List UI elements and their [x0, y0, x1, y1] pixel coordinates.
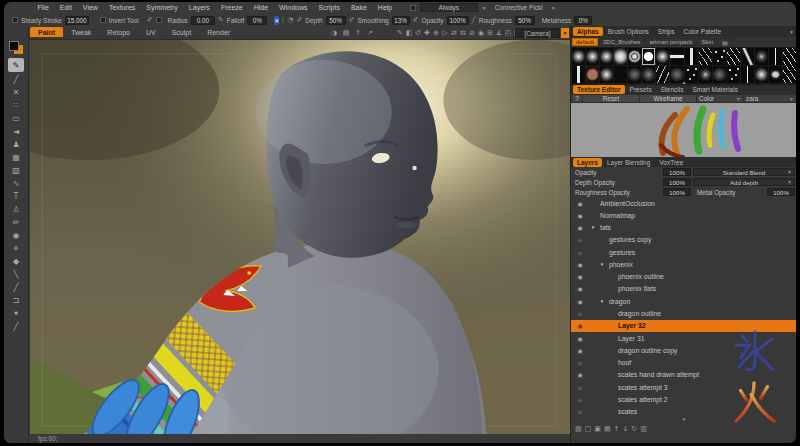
layer-row-normalmap[interactable]: ◉Normalmap: [571, 209, 796, 221]
metal-opacity-value[interactable]: 100%: [767, 188, 795, 196]
visibility-eye-icon[interactable]: ◉: [575, 273, 585, 280]
alpha-thumbnail[interactable]: [685, 48, 698, 65]
eraser-tool[interactable]: ▭: [7, 112, 25, 125]
camera-dropdown-arrow-icon[interactable]: ▼: [561, 28, 569, 38]
group-skin[interactable]: Skin: [697, 38, 717, 46]
play-icon[interactable]: ▷: [441, 29, 449, 37]
delete-layer-icon[interactable]: ▢: [585, 425, 592, 433]
primary-color-swatch[interactable]: [9, 41, 19, 51]
group-artman-penpack[interactable]: artman penpack: [645, 38, 696, 46]
group-default[interactable]: default: [572, 38, 598, 46]
swap-icon[interactable]: ⇄: [450, 29, 458, 37]
tab-layers[interactable]: Layers: [573, 158, 602, 167]
menu-file[interactable]: File: [32, 4, 54, 11]
blend-mode-select[interactable]: Standard Blend▼: [693, 168, 795, 176]
brush-tool[interactable]: ✎: [8, 58, 24, 72]
visibility-eye-icon[interactable]: ◉: [575, 371, 585, 378]
merge-layer-icon[interactable]: ▤: [604, 425, 611, 433]
color-swatch[interactable]: [8, 41, 24, 55]
object-select[interactable]: zara▼: [744, 95, 796, 102]
layer-row-phoenix-outline[interactable]: ◉phoenix outline: [571, 271, 796, 283]
alpha-folder-icon[interactable]: ▤: [718, 38, 732, 46]
tab-tweak[interactable]: Tweak: [63, 27, 99, 37]
chevron-down-icon[interactable]: ▼: [551, 5, 556, 11]
layer-row-gestures-copy[interactable]: ◉gestures copy: [571, 234, 796, 246]
text-tool[interactable]: T: [7, 190, 25, 203]
tab-brush-options[interactable]: Brush Options: [604, 27, 653, 36]
viewport-frame-icon[interactable]: ▤: [342, 29, 350, 37]
channel-select[interactable]: Color▼: [697, 95, 743, 102]
opacity-value[interactable]: 100%: [663, 168, 691, 176]
target-icon[interactable]: ◉: [477, 29, 485, 37]
tab-paint[interactable]: Paint: [30, 27, 63, 37]
opacity-input[interactable]: 100%: [447, 16, 469, 25]
swap-alt-icon[interactable]: ⇆: [459, 29, 467, 37]
tab-strips[interactable]: Strips: [654, 27, 679, 36]
layer-folder-icon[interactable]: ▥: [640, 425, 647, 433]
menu-symmetry[interactable]: Symmetry: [141, 4, 184, 11]
steady-stroke-input[interactable]: 15.000: [65, 16, 89, 25]
help-button[interactable]: ?: [572, 95, 582, 102]
dotted-pen-tool[interactable]: ∷: [7, 99, 25, 112]
export-up-icon[interactable]: ↑: [354, 29, 362, 37]
tab-retopo[interactable]: Retopo: [99, 27, 138, 37]
sphere-preview-icon[interactable]: [282, 16, 284, 24]
alpha-thumbnail[interactable]: [628, 48, 641, 65]
wireframe-button[interactable]: Wireframe: [640, 95, 696, 102]
layer-row-dragon-outline-copy[interactable]: ◉dragon outline copy: [571, 344, 796, 356]
copy-tool[interactable]: ▧: [7, 164, 25, 177]
tab-layer-blending[interactable]: Layer Blending: [603, 158, 654, 167]
pencil-tool[interactable]: ✏: [7, 216, 25, 229]
layer-row-ambientocclusion[interactable]: ◉AmbientOcclusion: [571, 197, 796, 209]
visibility-eye-icon[interactable]: ◉: [575, 359, 585, 366]
orient-icon[interactable]: ↗: [366, 29, 374, 37]
menu-view[interactable]: View: [77, 4, 103, 11]
tab-render[interactable]: Render: [199, 27, 238, 37]
depth-input[interactable]: 50%: [326, 16, 346, 25]
pick-mode-select[interactable]: Connective Picki: [491, 3, 547, 12]
menu-bake[interactable]: Bake: [345, 4, 372, 11]
texture-preview[interactable]: [571, 103, 796, 157]
zoom-icon[interactable]: ⊕: [432, 29, 440, 37]
depth-opacity-value[interactable]: 100%: [663, 178, 691, 186]
tab-uv[interactable]: UV: [138, 27, 164, 37]
opacity-pressure-icon[interactable]: ✐: [413, 17, 419, 24]
menu-help[interactable]: Help: [372, 4, 397, 11]
visibility-eye-icon[interactable]: ◉: [575, 261, 585, 268]
smoothing-input[interactable]: 13%: [392, 16, 410, 25]
disable-icon[interactable]: ⊘: [468, 29, 476, 37]
camera-select[interactable]: [Camera]: [515, 28, 560, 38]
menu-scripts[interactable]: Scripts: [313, 4, 345, 11]
menu-textures[interactable]: Textures: [103, 4, 140, 11]
alpha-thumbnail[interactable]: [586, 48, 599, 65]
menu-windows[interactable]: Windows: [274, 4, 313, 11]
alpha-thumbnail[interactable]: [741, 48, 754, 65]
history-icon[interactable]: ◑: [330, 29, 338, 37]
grid-icon[interactable]: ⊞: [486, 29, 494, 37]
radius-link-checkbox[interactable]: [156, 17, 162, 23]
visibility-eye-icon[interactable]: ◉: [575, 347, 585, 354]
tab-color-palette[interactable]: Color Palette: [679, 27, 725, 36]
layer-row-phoenix-flats[interactable]: ◉phoenix flats: [571, 283, 796, 295]
undo-icon[interactable]: ↺: [414, 29, 422, 37]
layer-row-scales-attempt-2[interactable]: ◉scales attempt 2: [571, 393, 796, 405]
frame-a-icon[interactable]: ◰: [504, 29, 512, 37]
symmetry-tool[interactable]: ✶: [7, 307, 25, 320]
alpha-thumbnail[interactable]: [727, 48, 740, 65]
visibility-eye-icon[interactable]: ◉: [575, 298, 585, 305]
brush-preset-icon[interactable]: ✐: [147, 17, 153, 24]
visibility-eye-icon[interactable]: ◉: [575, 310, 585, 317]
invert-tool-checkbox[interactable]: [100, 17, 106, 23]
steady-stroke-checkbox[interactable]: [12, 17, 18, 23]
layer-row-scales-attempt-3[interactable]: ◉scales attempt 3: [571, 381, 796, 393]
visibility-eye-icon[interactable]: ◉: [575, 224, 585, 231]
alpha-thumbnail[interactable]: [755, 48, 768, 65]
expander-icon[interactable]: ▼: [589, 225, 597, 230]
tab-voxtree[interactable]: VoxTree: [655, 158, 687, 167]
layer-row-dragon-outline[interactable]: ◉dragon outline: [571, 307, 796, 319]
visibility-eye-icon[interactable]: ◉: [575, 384, 585, 391]
freeze-tool[interactable]: ✕: [7, 86, 25, 99]
duplicate-layer-icon[interactable]: ▣: [594, 425, 601, 433]
alpha-thumbnail[interactable]: [699, 48, 712, 65]
layer-row-dragon[interactable]: ◉▼dragon: [571, 295, 796, 307]
